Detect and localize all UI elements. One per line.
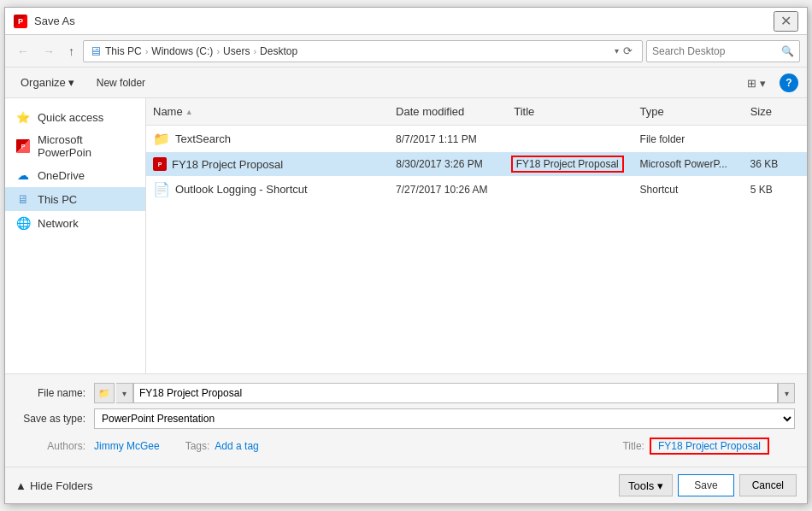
powerpoint-icon: P xyxy=(15,138,31,154)
ppt-icon: P xyxy=(153,157,167,171)
sidebar-item-this-pc[interactable]: 🖥 This PC xyxy=(5,187,145,211)
address-part-pc: This PC xyxy=(105,45,142,57)
forward-button[interactable]: → xyxy=(38,41,60,62)
back-button[interactable]: ← xyxy=(12,41,34,62)
footer-right: Tools ▾ Save Cancel xyxy=(619,474,797,496)
new-folder-button[interactable]: New folder xyxy=(90,73,152,92)
file-date-cell: 8/30/2017 3:26 PM xyxy=(389,156,507,173)
hide-folders-label: Hide Folders xyxy=(30,479,93,492)
column-header-title[interactable]: Title xyxy=(507,102,633,121)
refresh-button[interactable]: ⟳ xyxy=(619,43,637,59)
search-bar[interactable]: 🔍 xyxy=(646,40,800,62)
file-title-cell: FY18 Project Proposal xyxy=(508,156,633,173)
navigation-toolbar: ← → ↑ 🖥 This PC › Windows (C:) › Users ›… xyxy=(5,35,807,68)
file-list-header: Name ▲ Date modified Title Type Size xyxy=(146,98,807,126)
file-name-cell: P FY18 Project Proposal xyxy=(146,155,389,173)
main-content: ⭐ Quick access P Microsoft PowerPoin ☁ O… xyxy=(5,98,807,373)
address-bar[interactable]: 🖥 This PC › Windows (C:) › Users › Deskt… xyxy=(83,40,643,62)
file-name-input[interactable] xyxy=(133,383,778,403)
onedrive-icon: ☁ xyxy=(15,167,31,183)
view-icon: ⊞ xyxy=(747,77,756,90)
file-title-highlighted: FY18 Project Proposal xyxy=(511,156,624,173)
help-button[interactable]: ? xyxy=(780,73,798,92)
cancel-button[interactable]: Cancel xyxy=(739,474,797,496)
file-name-label: File name: xyxy=(17,387,94,399)
sidebar-label-network: Network xyxy=(38,217,79,230)
address-part-drive: Windows (C:) xyxy=(151,45,213,57)
authors-label: Authors: xyxy=(17,440,94,452)
sidebar-item-onedrive[interactable]: ☁ OneDrive xyxy=(5,163,145,187)
address-sep-2: › xyxy=(216,46,220,56)
sort-arrow-icon: ▲ xyxy=(185,108,193,116)
authors-tags-title-row: Authors: Jimmy McGee Tags: Add a tag Tit… xyxy=(17,434,795,458)
file-type-cell: Shortcut xyxy=(633,181,744,198)
network-icon: 🌐 xyxy=(15,215,31,231)
table-row[interactable]: 📁 TextSearch 8/7/2017 1:11 PM File folde… xyxy=(146,126,807,152)
tags-value[interactable]: Add a tag xyxy=(215,440,258,452)
authors-value[interactable]: Jimmy McGee xyxy=(94,440,160,452)
file-name-cell: 📁 TextSearch xyxy=(146,128,389,150)
file-date-cell: 7/27/2017 10:26 AM xyxy=(389,181,507,198)
title-value[interactable]: FY18 Project Proposal xyxy=(650,438,769,455)
organize-label: Organize xyxy=(21,76,66,89)
file-list-body: 📁 TextSearch 8/7/2017 1:11 PM File folde… xyxy=(146,126,807,373)
star-icon: ⭐ xyxy=(15,109,31,125)
sidebar-label-this-pc: This PC xyxy=(38,193,77,206)
sidebar-item-powerpoint[interactable]: P Microsoft PowerPoin xyxy=(5,129,145,163)
file-name-input-container: 📁 ▾ ▾ xyxy=(94,383,795,403)
action-bar: Organize ▾ New folder ⊞ ▾ ? xyxy=(5,68,807,98)
address-sep-3: › xyxy=(253,46,256,56)
file-name-icon-btn[interactable]: 📁 xyxy=(94,383,115,403)
file-type-cell: Microsoft PowerP... xyxy=(633,156,743,173)
title-label: Title: xyxy=(622,440,644,452)
file-name-row: File name: 📁 ▾ ▾ xyxy=(17,383,795,403)
save-as-type-label: Save as type: xyxy=(17,413,94,425)
app-icon: P xyxy=(14,15,27,28)
table-row[interactable]: P FY18 Project Proposal 8/30/2017 3:26 P… xyxy=(146,152,807,176)
address-content: 🖥 This PC › Windows (C:) › Users › Deskt… xyxy=(89,44,615,58)
save-as-type-input-container: PowerPoint Presentation xyxy=(94,408,795,429)
title-bar: P Save As ✕ xyxy=(5,8,807,35)
sidebar-item-network[interactable]: 🌐 Network xyxy=(5,211,145,235)
tags-label: Tags: xyxy=(185,440,210,452)
save-as-type-select[interactable]: PowerPoint Presentation xyxy=(94,408,795,429)
search-input[interactable] xyxy=(652,45,781,57)
footer: ▲ Hide Folders Tools ▾ Save Cancel xyxy=(5,467,807,503)
address-sep-1: › xyxy=(145,46,149,56)
tools-button[interactable]: Tools ▾ xyxy=(619,474,673,496)
save-button[interactable]: Save xyxy=(678,474,733,496)
sidebar: ⭐ Quick access P Microsoft PowerPoin ☁ O… xyxy=(5,98,146,373)
file-name-dropdown-btn[interactable]: ▾ xyxy=(116,383,133,403)
view-button[interactable]: ⊞ ▾ xyxy=(742,73,771,93)
hide-folders-button[interactable]: ▲ Hide Folders xyxy=(15,479,93,492)
address-part-desktop: Desktop xyxy=(260,45,297,57)
file-date-cell: 8/7/2017 1:11 PM xyxy=(389,131,507,148)
organize-button[interactable]: Organize ▾ xyxy=(14,73,81,92)
title-bar-left: P Save As xyxy=(14,15,75,28)
file-title-cell xyxy=(507,187,633,192)
column-header-size[interactable]: Size xyxy=(744,102,807,121)
close-button[interactable]: ✕ xyxy=(774,11,798,32)
column-header-date[interactable]: Date modified xyxy=(389,102,507,121)
file-size-cell: 36 KB xyxy=(744,156,807,173)
shortcut-icon: 📄 xyxy=(153,181,170,197)
column-header-name[interactable]: Name ▲ xyxy=(146,102,389,121)
sidebar-item-quick-access[interactable]: ⭐ Quick access xyxy=(5,105,145,129)
file-name-input-dropdown[interactable]: ▾ xyxy=(778,383,795,403)
file-name-cell: 📄 Outlook Logging - Shortcut xyxy=(146,179,389,200)
address-part-users: Users xyxy=(223,45,250,57)
file-size-cell: 5 KB xyxy=(744,181,807,198)
view-arrow-icon: ▾ xyxy=(760,77,766,90)
bottom-panel: File name: 📁 ▾ ▾ Save as type: PowerPoin… xyxy=(5,373,807,467)
tools-arrow-icon: ▾ xyxy=(657,479,663,492)
column-header-type[interactable]: Type xyxy=(633,102,744,121)
table-row[interactable]: 📄 Outlook Logging - Shortcut 7/27/2017 1… xyxy=(146,176,807,203)
file-type-cell: File folder xyxy=(633,131,744,148)
sidebar-label-onedrive: OneDrive xyxy=(38,169,85,182)
sidebar-label-quick-access: Quick access xyxy=(38,111,103,124)
file-size-cell xyxy=(744,137,807,142)
up-button[interactable]: ↑ xyxy=(63,41,79,62)
this-pc-icon: 🖥 xyxy=(15,191,31,207)
pc-icon: 🖥 xyxy=(89,44,102,58)
file-list: Name ▲ Date modified Title Type Size xyxy=(146,98,807,373)
